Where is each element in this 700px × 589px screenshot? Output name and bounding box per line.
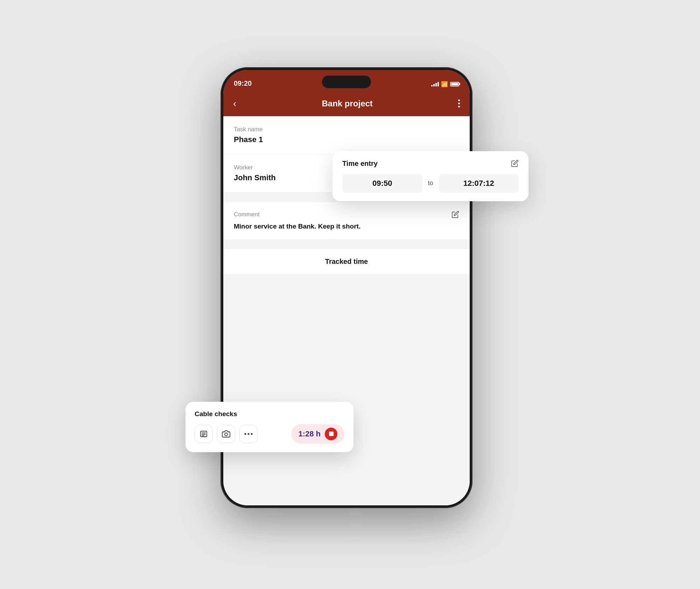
card-actions: 1:28 h xyxy=(195,424,344,444)
cable-checks-card: Cable checks xyxy=(186,402,354,452)
comment-section: Comment Minor service at the Bank. Keep … xyxy=(223,202,470,240)
wifi-icon: 📶 xyxy=(441,81,448,87)
time-entry-title: Time entry xyxy=(342,160,378,168)
time-entry-header: Time entry xyxy=(342,160,519,168)
more-icon xyxy=(244,433,253,435)
svg-point-5 xyxy=(245,433,246,435)
comment-edit-icon[interactable] xyxy=(451,211,459,218)
time-separator: to xyxy=(428,180,433,187)
signal-icon xyxy=(431,82,439,86)
task-label: Task name xyxy=(234,126,459,133)
end-time: 12:07:12 xyxy=(439,174,519,193)
task-value: Phase 1 xyxy=(234,135,459,144)
tracked-title: Tracked time xyxy=(234,258,459,266)
camera-button[interactable] xyxy=(217,425,235,443)
task-section: Task name Phase 1 xyxy=(223,116,470,154)
list-button[interactable] xyxy=(195,425,213,443)
tracked-section: Tracked time xyxy=(223,249,470,274)
comment-header: Comment xyxy=(234,211,459,218)
stop-icon xyxy=(329,432,334,436)
time-row: 09:50 to 12:07:12 xyxy=(342,174,519,193)
dynamic-island xyxy=(322,76,371,88)
comment-label: Comment xyxy=(234,211,260,218)
timer-display: 1:28 h xyxy=(291,424,344,444)
camera-icon xyxy=(222,430,230,438)
spacer2 xyxy=(223,239,470,245)
status-time: 09:20 xyxy=(234,79,252,88)
cable-checks-title: Cable checks xyxy=(195,410,344,418)
status-icons: 📶 xyxy=(431,81,459,88)
list-icon xyxy=(200,430,208,438)
timer-text: 1:28 h xyxy=(298,429,321,439)
time-entry-card: Time entry 09:50 to 12:07:12 xyxy=(332,151,528,201)
stop-button[interactable] xyxy=(325,428,337,440)
back-button[interactable]: ‹ xyxy=(233,98,236,109)
comment-text: Minor service at the Bank. Keep it short… xyxy=(234,222,459,231)
nav-title: Bank project xyxy=(322,99,372,108)
more-button[interactable] xyxy=(239,425,258,443)
svg-point-4 xyxy=(225,433,227,436)
svg-point-6 xyxy=(248,433,250,435)
scene: 09:20 📶 ‹ Bank project xyxy=(192,67,507,522)
svg-point-7 xyxy=(251,433,253,435)
start-time: 09:50 xyxy=(342,174,422,193)
nav-bar: ‹ Bank project xyxy=(223,91,470,116)
battery-icon xyxy=(450,82,459,86)
time-entry-edit-icon[interactable] xyxy=(511,160,519,167)
more-button[interactable] xyxy=(458,99,460,107)
